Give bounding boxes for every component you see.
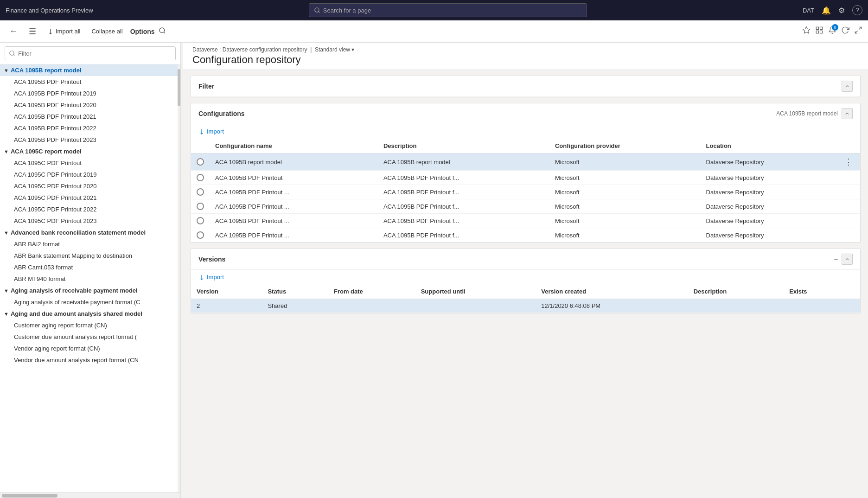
row-more-button[interactable]: ⋮ — [842, 157, 855, 167]
sidebar-item-label: ABR MT940 format — [14, 275, 65, 282]
page-title: Configuration repository — [192, 54, 859, 66]
vcell-version: 2 — [191, 299, 262, 313]
table-row[interactable]: ACA 1095B PDF Printout ... ACA 1095B PDF… — [191, 214, 860, 228]
svg-point-3 — [160, 28, 165, 33]
row-radio[interactable] — [197, 188, 204, 196]
sidebar-item-aca1095b-pdf-2022[interactable]: ACA 1095B PDF Printout 2022 — [0, 122, 180, 134]
sidebar-item-customer-due[interactable]: Customer due amount analysis report form… — [0, 331, 180, 343]
search-placeholder: Search for a page — [323, 7, 371, 14]
toolbar-search-icon[interactable] — [159, 27, 166, 36]
row-radio[interactable] — [197, 158, 204, 166]
row-radio[interactable] — [197, 174, 204, 181]
vcol-exists: Exists — [784, 284, 846, 299]
svg-marker-5 — [803, 27, 810, 33]
sidebar-item-aca1095c-pdf[interactable]: ACA 1095C PDF Printout — [0, 157, 180, 169]
row-radio[interactable] — [197, 231, 204, 239]
table-row[interactable]: ACA 1095B report model ACA 1095B report … — [191, 153, 860, 171]
sidebar-item-aca1095c-pdf-2023[interactable]: ACA 1095C PDF Printout 2023 — [0, 215, 180, 227]
sidebar-item-vendor-due[interactable]: Vendor due amount analysis report format… — [0, 354, 180, 366]
svg-line-11 — [855, 31, 857, 33]
sidebar-item-label: ACA 1095B report model — [11, 67, 82, 74]
configurations-panel-header[interactable]: Configurations ACA 1095B report model — [191, 103, 860, 124]
cell-description: ACA 1095B PDF Printout f... — [378, 199, 549, 214]
sidebar-item-aca1095c-pdf-2021[interactable]: ACA 1095C PDF Printout 2021 — [0, 192, 180, 204]
sidebar-item-abr-bai2[interactable]: ABR BAI2 format — [0, 238, 180, 250]
global-search-box[interactable]: Search for a page — [309, 3, 587, 17]
sidebar-item-abr-camt[interactable]: ABR Camt.053 format — [0, 262, 180, 273]
sidebar-item-aca1095b[interactable]: ▼ ACA 1095B report model — [0, 64, 180, 76]
view-icon[interactable] — [815, 26, 823, 37]
table-row[interactable]: ACA 1095B PDF Printout ... ACA 1095B PDF… — [191, 199, 860, 214]
sidebar-item-customer-aging[interactable]: Customer aging report format (CN) — [0, 319, 180, 331]
svg-line-4 — [164, 32, 165, 33]
svg-line-10 — [859, 27, 862, 29]
sidebar-item-abr[interactable]: ▼ Advanced bank reconciliation statement… — [0, 227, 180, 238]
collapse-all-button[interactable]: Collapse all — [88, 26, 126, 37]
table-row[interactable]: ACA 1095B PDF Printout ACA 1095B PDF Pri… — [191, 171, 860, 185]
configurations-import-link[interactable]: Import — [191, 124, 860, 139]
help-icon[interactable]: ? — [852, 5, 862, 15]
breadcrumb-part2[interactable]: Standard view — [315, 46, 350, 53]
sidebar-filter-area — [0, 43, 180, 64]
sidebar-item-aca1095b-pdf-2019[interactable]: ACA 1095B PDF Printout 2019 — [0, 88, 180, 99]
sidebar-item-vendor-aging[interactable]: Vendor aging report format (CN) — [0, 343, 180, 354]
table-row[interactable]: ACA 1095B PDF Printout ... ACA 1095B PDF… — [191, 185, 860, 199]
cell-location: Dataverse Repository — [701, 199, 837, 214]
row-radio[interactable] — [197, 217, 204, 224]
sidebar-item-aca1095b-pdf-2021[interactable]: ACA 1095B PDF Printout 2021 — [0, 111, 180, 122]
resize-handle[interactable] — [181, 43, 183, 498]
filter-collapse-button[interactable] — [842, 81, 853, 92]
sidebar-item-abr-mt940[interactable]: ABR MT940 format — [0, 273, 180, 285]
bell-icon[interactable]: 🔔 — [822, 6, 831, 15]
notification-icon[interactable]: 0 — [828, 26, 836, 37]
menu-button[interactable]: ☰ — [25, 25, 40, 38]
sidebar-item-abr-bank[interactable]: ABR Bank statement Mapping to destinatio… — [0, 250, 180, 262]
cell-location: Dataverse Repository — [701, 185, 837, 199]
refresh-icon[interactable] — [841, 26, 849, 37]
sidebar-item-aca1095b-pdf[interactable]: ACA 1095B PDF Printout — [0, 76, 180, 88]
sidebar-item-aging-recv-fmt[interactable]: Aging analysis of receivable payment for… — [0, 296, 180, 308]
scrollbar-thumb[interactable] — [2, 494, 57, 498]
chevron-down-icon: ▼ — [4, 149, 9, 154]
sidebar-scrollbar[interactable] — [0, 492, 180, 498]
cell-location: Dataverse Repository — [701, 214, 837, 228]
sidebar-item-aging-due[interactable]: ▼ Aging and due amount analysis shared m… — [0, 308, 180, 319]
sidebar-item-label: ACA 1095B PDF Printout 2019 — [14, 90, 96, 97]
vcol-status: Status — [262, 284, 328, 299]
sidebar-item-aca1095c[interactable]: ▼ ACA 1095C report model — [0, 146, 180, 157]
import-all-button[interactable]: Import all — [44, 26, 84, 37]
cell-provider: Microsoft — [549, 199, 701, 214]
table-row[interactable]: 2 Shared 12/1/2020 6:48:08 PM — [191, 299, 860, 313]
filter-panel-header[interactable]: Filter — [191, 76, 860, 97]
versions-panel-title: Versions — [198, 255, 225, 263]
breadcrumb-dropdown-icon[interactable]: ▾ — [351, 46, 354, 53]
versions-panel-header[interactable]: Versions -- — [191, 249, 860, 270]
table-row[interactable]: ACA 1095B PDF Printout ... ACA 1095B PDF… — [191, 228, 860, 243]
active-model-label: ACA 1095B report model — [776, 110, 838, 117]
configurations-collapse-button[interactable] — [842, 108, 853, 119]
sidebar-item-aca1095c-pdf-2019[interactable]: ACA 1095C PDF Printout 2019 — [0, 169, 180, 180]
breadcrumb-part1[interactable]: Dataverse : Dataverse configuration repo… — [192, 46, 307, 53]
sidebar-item-aging-recv[interactable]: ▼ Aging analysis of receivable payment m… — [0, 285, 180, 296]
favorites-icon[interactable] — [802, 26, 811, 37]
sidebar-item-aca1095c-pdf-2022[interactable]: ACA 1095C PDF Printout 2022 — [0, 204, 180, 215]
tree-container: ▼ ACA 1095B report model ACA 1095B PDF P… — [0, 64, 180, 492]
versions-collapse-button[interactable] — [842, 254, 853, 265]
vcol-description: Description — [688, 284, 784, 299]
sidebar: ▼ ACA 1095B report model ACA 1095B PDF P… — [0, 43, 181, 498]
row-radio[interactable] — [197, 203, 204, 210]
options-label: Options — [130, 28, 155, 35]
sidebar-item-aca1095b-pdf-2020[interactable]: ACA 1095B PDF Printout 2020 — [0, 99, 180, 111]
versions-import-link[interactable]: Import — [191, 270, 860, 284]
cell-config-name: ACA 1095B PDF Printout ... — [210, 199, 378, 214]
col-radio — [191, 139, 210, 153]
vcell-exists — [784, 299, 846, 313]
expand-icon[interactable] — [854, 26, 862, 37]
settings-icon[interactable]: ⚙ — [838, 6, 845, 15]
back-button[interactable]: ← — [6, 25, 21, 38]
cell-provider: Microsoft — [549, 228, 701, 243]
content-area: Dataverse : Dataverse configuration repo… — [183, 43, 868, 498]
sidebar-filter-input[interactable] — [5, 46, 176, 60]
sidebar-item-aca1095b-pdf-2023[interactable]: ACA 1095B PDF Printout 2023 — [0, 134, 180, 146]
sidebar-item-aca1095c-pdf-2020[interactable]: ACA 1095C PDF Printout 2020 — [0, 180, 180, 192]
